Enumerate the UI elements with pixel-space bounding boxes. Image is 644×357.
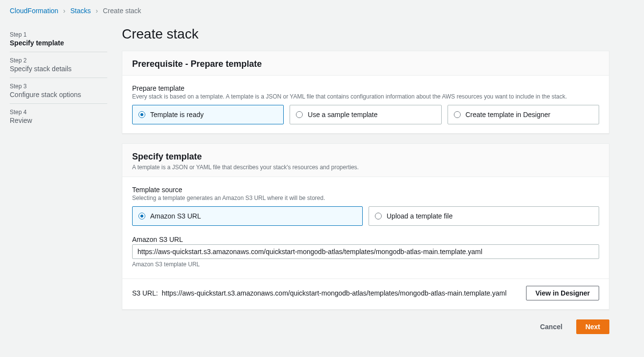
step-title: Review: [10, 117, 107, 124]
option-use-sample-template[interactable]: Use a sample template: [290, 105, 441, 124]
option-label: Template is ready: [150, 111, 204, 119]
option-create-template-in-designer[interactable]: Create template in Designer: [448, 105, 599, 124]
prepare-template-label: Prepare template: [132, 84, 599, 92]
prerequisite-heading: Prerequisite - Prepare template: [132, 59, 599, 69]
option-amazon-s3-url[interactable]: Amazon S3 URL: [132, 206, 363, 226]
option-label: Upload a template file: [387, 212, 452, 220]
cancel-button[interactable]: Cancel: [531, 319, 571, 334]
breadcrumb-current: Create stack: [103, 7, 141, 15]
step-title: Configure stack options: [10, 91, 107, 99]
radio-icon: [138, 213, 145, 219]
step-specify-stack-details[interactable]: Step 2 Specify stack details: [10, 52, 107, 78]
step-number: Step 2: [10, 57, 107, 64]
next-button[interactable]: Next: [576, 319, 609, 334]
specify-template-heading: Specify template: [132, 152, 599, 162]
option-label: Amazon S3 URL: [150, 212, 201, 220]
step-number: Step 3: [10, 83, 107, 90]
step-title: Specify stack details: [10, 65, 107, 73]
option-upload-template-file[interactable]: Upload a template file: [369, 206, 599, 226]
step-number: Step 4: [10, 109, 107, 116]
option-template-is-ready[interactable]: Template is ready: [132, 105, 284, 124]
step-title: Specify template: [10, 39, 107, 47]
radio-icon: [138, 111, 145, 118]
template-source-label: Template source: [132, 186, 599, 194]
step-review[interactable]: Step 4 Review: [10, 104, 107, 129]
breadcrumb-stacks[interactable]: Stacks: [70, 7, 91, 15]
radio-icon: [296, 111, 303, 118]
s3-url-label: Amazon S3 URL: [132, 236, 599, 243]
step-specify-template[interactable]: Step 1 Specify template: [10, 26, 107, 52]
breadcrumb-cloudformation[interactable]: CloudFormation: [10, 7, 59, 15]
chevron-right-icon: ›: [96, 7, 98, 15]
step-number: Step 1: [10, 31, 107, 38]
radio-icon: [454, 111, 461, 118]
wizard-steps: Step 1 Specify template Step 2 Specify s…: [10, 26, 107, 129]
step-configure-stack-options[interactable]: Step 3 Configure stack options: [10, 78, 107, 104]
prepare-template-desc: Every stack is based on a template. A te…: [132, 93, 599, 100]
s3-url-value: https://aws-quickstart.s3.amazonaws.com/…: [162, 289, 507, 297]
option-label: Create template in Designer: [466, 111, 550, 119]
chevron-right-icon: ›: [63, 7, 66, 15]
option-label: Use a sample template: [308, 111, 377, 119]
s3-url-prefix: S3 URL:: [132, 289, 158, 297]
breadcrumb: CloudFormation › Stacks › Create stack: [10, 7, 634, 15]
s3-url-display: S3 URL: https://aws-quickstart.s3.amazon…: [132, 289, 520, 297]
page-title: Create stack: [122, 26, 609, 42]
specify-template-panel: Specify template A template is a JSON or…: [122, 143, 609, 310]
s3-url-input[interactable]: [132, 244, 599, 259]
radio-icon: [375, 213, 382, 219]
footer-actions: Cancel Next: [122, 319, 609, 334]
template-source-desc: Selecting a template generates an Amazon…: [132, 195, 599, 201]
s3-url-hint: Amazon S3 template URL: [132, 261, 599, 268]
view-in-designer-button[interactable]: View in Designer: [526, 286, 599, 300]
specify-template-subtitle: A template is a JSON or YAML file that d…: [132, 164, 599, 171]
prerequisite-panel: Prerequisite - Prepare template Prepare …: [122, 51, 609, 134]
